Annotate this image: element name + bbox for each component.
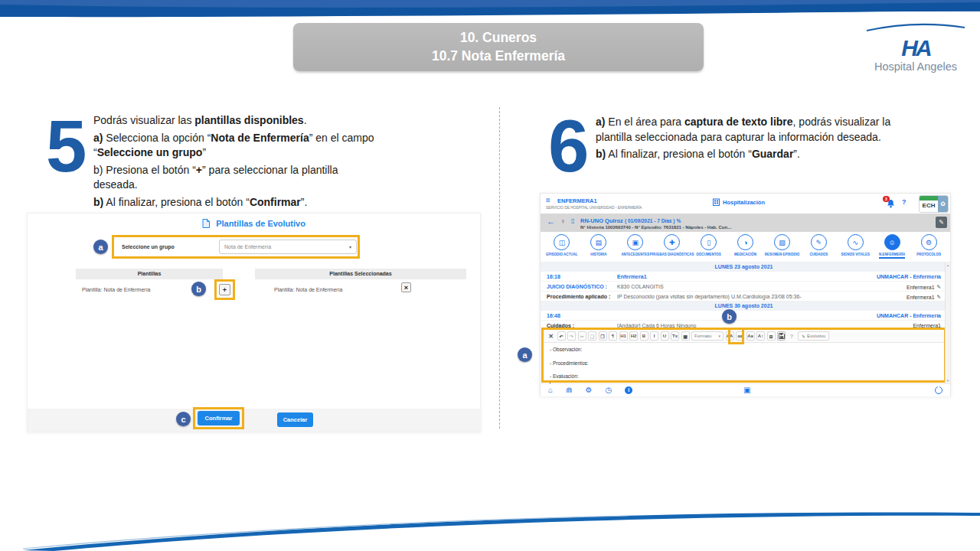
document-icon <box>202 219 210 228</box>
capitalize-button[interactable]: Aa <box>746 331 755 341</box>
cancel-button[interactable]: Cancelar <box>277 412 313 427</box>
step5-number: 5 <box>46 116 87 177</box>
step5-line3: “Seleccione un grupo” <box>93 145 453 161</box>
selected-templates-header: Plantillas Seleccionadas <box>255 269 466 279</box>
dialog-footer-bar <box>28 409 482 432</box>
heading1-button[interactable]: H1 <box>619 331 628 341</box>
date-header-1: LUNES 23 agosto 2021 <box>541 262 947 272</box>
slide-title-line1: 10. Cuneros <box>293 30 704 46</box>
date-header-2: LUNES 30 agosto 2021 <box>541 302 947 311</box>
logo-arc-icon <box>864 20 968 32</box>
scroll-down-icon[interactable]: ▼ <box>946 379 949 383</box>
info-icon[interactable]: i <box>625 386 632 394</box>
chevron-down-icon: ▾ <box>349 244 351 249</box>
paragraph-button[interactable]: ¶ <box>609 331 617 341</box>
timeline-row-procedimiento: Procedimiento aplicado : IP Desconocido … <box>541 292 947 302</box>
step5-line5: deseada. <box>93 178 453 193</box>
active-tab-underline <box>879 257 905 259</box>
historia-icon: ▤ <box>590 234 606 250</box>
edit-pencil-icon[interactable]: ✎ <box>937 294 941 300</box>
tab-n-enfermeria[interactable]: ☺N.ENFERMERÍA <box>874 234 910 259</box>
tab-resumen-episodio[interactable]: ▧RESUMEN EPISODIO <box>764 234 801 256</box>
editor-help-button[interactable]: ? <box>788 331 796 341</box>
copy-button[interactable]: ❏ <box>588 331 596 341</box>
timeline-row-time-2: 16:48 UNMAHCAR - Enfermería <box>541 311 947 321</box>
ech-logo-text: ECH <box>920 201 938 212</box>
signos-vitales-icon: ∿ <box>848 234 864 250</box>
selected-templates-table: Plantillas Seleccionadas Plantilla: Nota… <box>255 269 466 292</box>
remove-template-button[interactable]: × <box>401 282 411 292</box>
highlight-group-field: Seleccione un grupo Nota de Enfermería ▾ <box>112 235 360 259</box>
patient-quick-action-button[interactable]: ✎ <box>936 217 947 228</box>
bottom-swoosh <box>0 505 980 551</box>
confirm-button[interactable]: Confirmar <box>198 411 240 425</box>
save-button[interactable] <box>777 331 786 341</box>
marker-b-step6: b <box>722 309 737 324</box>
line-height-button[interactable]: A↕ <box>756 331 765 341</box>
search-binoculars-icon[interactable]: ⋒ <box>566 386 572 394</box>
editor-close-button[interactable]: ✕ <box>547 331 555 341</box>
evolutivo-button[interactable]: ✎ Evolutivo <box>798 331 829 341</box>
power-icon[interactable] <box>935 386 942 394</box>
app-user-title: ENFERMERA1 <box>557 197 597 204</box>
episodio-actual-icon: ◫ <box>554 234 570 250</box>
tab-antecedentes[interactable]: ▣ANTECEDENTES <box>617 234 654 256</box>
gear-icon[interactable]: ⚙ <box>585 386 592 394</box>
group-select[interactable]: Nota de Enfermería ▾ <box>219 240 357 254</box>
edit-pencil-icon[interactable]: ✎ <box>937 284 941 290</box>
step5-text: Podrás visualizar las plantillas disponi… <box>93 113 453 210</box>
help-icon[interactable]: ? <box>902 198 906 206</box>
module-label: Hospitalización <box>723 199 765 206</box>
tab-documentos[interactable]: ▯DOCUMENTOS <box>691 234 727 256</box>
highlight-add-button: + <box>214 279 235 300</box>
clock-icon[interactable]: ◷ <box>605 386 612 394</box>
slide-title-line2: 10.7 Nota Enfermería <box>293 48 704 64</box>
n-enfermeria-icon: ☺ <box>884 234 900 250</box>
tab-medicacion[interactable]: ◑MEDICACIÓN <box>727 234 764 256</box>
cut-button[interactable]: ✂ <box>578 331 586 341</box>
module-selector[interactable]: Hospitalización <box>713 198 765 206</box>
documentos-icon: ▯ <box>701 234 717 250</box>
insert-table-button[interactable]: ▦ <box>681 331 690 341</box>
patient-stay: ( 01/09/2021 - 7 Días ) <box>625 218 675 223</box>
evolutivo-icon: ✎ <box>802 334 805 339</box>
hospital-angeles-logo: HA Hospital Angeles <box>864 20 968 70</box>
vertical-scrollbar[interactable]: ▲ ▼ <box>945 262 950 383</box>
step6-line3: b) Al finalizar, presiona el botón “Guar… <box>596 147 940 162</box>
marker-b-step5: b <box>191 282 206 296</box>
bold-button[interactable]: B <box>640 331 648 341</box>
link-icon[interactable]: % <box>676 218 681 223</box>
editor-line-evaluacion: - Evaluación: <box>550 373 938 379</box>
back-arrow-icon[interactable]: ← <box>547 217 555 226</box>
fullscreen-button[interactable]: ⊞ <box>767 331 776 341</box>
home-icon[interactable]: ⌂ <box>548 386 553 394</box>
patient-doc-icon: ▯ <box>571 217 574 224</box>
marker-c-step5: c <box>176 412 191 426</box>
step5-line2: a) Selecciona la opción “Nota de Enferme… <box>93 131 453 146</box>
scroll-up-icon[interactable]: ▲ <box>946 263 949 267</box>
inbox-icon[interactable]: ▣ <box>743 386 750 394</box>
heading2-button[interactable]: H2 <box>629 331 638 341</box>
logo-name: Hospital Angeles <box>864 60 968 73</box>
add-template-button[interactable]: + <box>219 284 230 295</box>
format-select[interactable]: Formato ▾ <box>691 331 724 341</box>
hamburger-menu-icon[interactable]: ≡ <box>546 196 550 204</box>
tab-protocolos[interactable]: ⚙PROTOCOLOS <box>910 234 947 256</box>
step5-line1: Podrás visualizar las plantillas disponi… <box>93 113 453 129</box>
tab-cuidados[interactable]: ✎CUIDADOS <box>800 234 837 256</box>
clear-format-button[interactable]: Tx <box>671 331 679 341</box>
italic-button[interactable]: I <box>650 331 658 341</box>
ech-flower-icon: ✿ <box>938 196 948 212</box>
underline-button[interactable]: U <box>661 331 669 341</box>
editor-line-procedimientos: - Procedimientos: <box>550 360 938 366</box>
highlight-confirm-button: Confirmar <box>193 407 244 429</box>
tab-signos-vitales[interactable]: ∿SIGNOS VITALES <box>837 234 874 256</box>
tab-episodio-actual[interactable]: ◫EPISODIO ACTUAL <box>544 234 580 256</box>
undo-button[interactable]: ↶ <box>557 331 566 341</box>
redo-button[interactable]: ↷ <box>567 331 576 341</box>
tab-historia[interactable]: ▤HISTORIA <box>580 234 617 256</box>
free-text-editor: ✕ ↶ ↷ ✂ ❏ ❐ ¶ H1 H2 B I U Tx ▦ Formato ▾… <box>541 328 946 383</box>
tab-pruebas-diagnosticas[interactable]: ✚PRUEBAS DIAGNÓSTICAS <box>654 234 691 256</box>
paste-button[interactable]: ❐ <box>599 331 607 341</box>
logo-monogram: HA <box>864 37 968 60</box>
